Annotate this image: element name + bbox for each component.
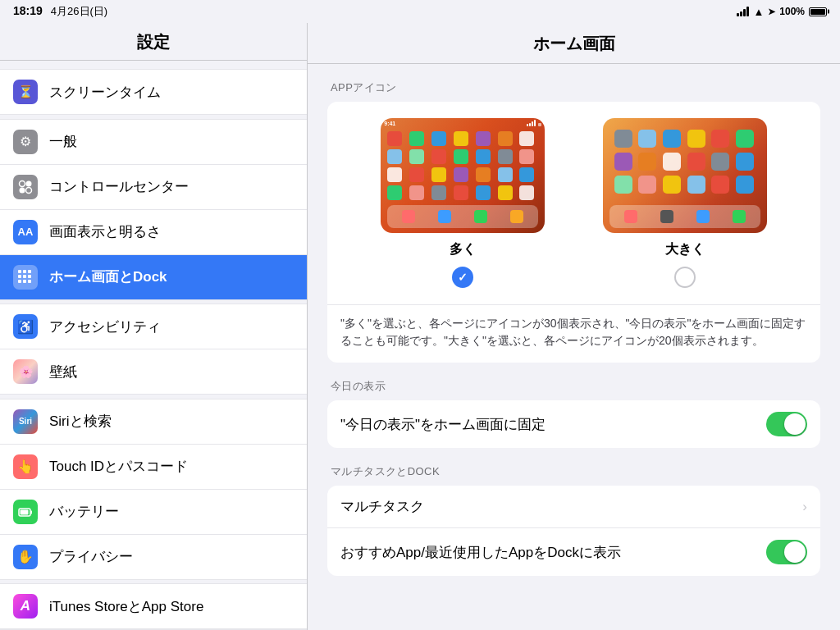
dock-toggle-row: おすすめApp/最近使用したAppをDockに表示 (327, 528, 820, 576)
sidebar-label-battery: バッテリー (49, 502, 119, 521)
content-body: APPアイコン 9:41 (308, 64, 840, 609)
icon-option-large[interactable]: 大きく (603, 118, 767, 288)
sidebar-label-wallpaper: 壁紙 (49, 363, 77, 381)
svg-rect-8 (23, 275, 26, 278)
homescreen-icon (13, 265, 38, 290)
accessibility-icon: ♿ (13, 314, 38, 339)
sidebar-label-homescreen: ホーム画面とDock (49, 267, 167, 286)
svg-rect-10 (18, 280, 21, 283)
sidebar-label-itunes: iTunes StoreとApp Store (49, 597, 203, 616)
description: "多く"を選ぶと、各ページにアイコンが30個表示され、"今日の表示"をホーム画面… (327, 304, 820, 363)
today-toggle-row: "今日の表示"をホーム画面に固定 (327, 400, 820, 448)
status-right: ▲ ➤ 100% (737, 6, 827, 18)
sidebar-item-screentime[interactable]: ⏳ スクリーンタイム (0, 70, 307, 114)
signal-icon (737, 7, 749, 16)
sidebar-label-privacy: プライバシー (49, 547, 133, 566)
svg-rect-7 (18, 275, 21, 278)
sidebar-item-privacy[interactable]: ✋ プライバシー (0, 535, 307, 580)
dock-toggle[interactable] (766, 540, 807, 564)
sidebar-label-touchid: Touch IDとパスコード (49, 457, 188, 476)
wallpaper-icon: 🌸 (13, 359, 38, 384)
svg-point-3 (26, 187, 32, 193)
content-title: ホーム画面 (308, 23, 840, 64)
svg-rect-11 (23, 280, 26, 283)
sidebar-title: 設定 (0, 23, 307, 61)
sidebar-item-itunes[interactable]: A iTunes StoreとApp Store (0, 584, 307, 629)
display-icon: AA (13, 220, 38, 244)
sidebar-label-general: 一般 (49, 132, 77, 151)
status-left: 18:19 4月26日(日) (13, 4, 107, 19)
icon-option-more[interactable]: 9:41 (381, 118, 545, 288)
control-icon (13, 175, 38, 199)
option-large-label: 大きく (665, 241, 705, 258)
svg-rect-6 (28, 270, 31, 273)
sidebar-item-general[interactable]: ⚙ 一般 (0, 120, 307, 165)
sidebar-item-accessibility[interactable]: ♿ アクセシビリティ (0, 304, 307, 349)
svg-point-2 (20, 187, 25, 193)
wifi-icon: ▲ (753, 6, 764, 18)
sidebar-item-siri[interactable]: Siri Siriと検索 (0, 399, 307, 445)
svg-rect-15 (21, 509, 29, 514)
sidebar-item-touchid[interactable]: 👆 Touch IDとパスコード (0, 445, 307, 490)
radio-more[interactable] (452, 267, 473, 288)
sidebar-label-display: 画面表示と明るさ (49, 222, 161, 241)
svg-rect-9 (28, 275, 31, 278)
main-layout: 設定 ⏳ スクリーンタイム ⚙ 一般 コントロールセンター AA (0, 23, 840, 630)
arrow-icon: ➤ (768, 7, 775, 17)
svg-point-0 (20, 180, 25, 186)
today-card: "今日の表示"をホーム画面に固定 (327, 400, 820, 448)
content-area: ホーム画面 APPアイコン 9:41 (308, 23, 840, 630)
app-icon-card: 9:41 (327, 102, 820, 363)
multitask-label: マルチタスク (340, 497, 424, 516)
siri-icon: Siri (13, 409, 38, 434)
sidebar-item-wallpaper[interactable]: 🌸 壁紙 (0, 349, 307, 395)
multitask-row[interactable]: マルチタスク › (327, 486, 820, 528)
svg-point-1 (26, 180, 32, 186)
home-preview-more: 9:41 (381, 118, 545, 233)
app-icon-section-label: APPアイコン (327, 80, 820, 95)
screentime-icon: ⏳ (13, 80, 38, 104)
sidebar-item-battery[interactable]: バッテリー (0, 490, 307, 535)
dock-toggle-label: おすすめApp/最近使用したAppをDockに表示 (340, 543, 621, 562)
itunes-icon: A (13, 594, 38, 619)
sidebar-item-homescreen[interactable]: ホーム画面とDock (0, 255, 307, 300)
dock-more (387, 205, 538, 228)
status-bar: 18:19 4月26日(日) ▲ ➤ 100% (0, 0, 840, 23)
status-date: 4月26日(日) (51, 4, 107, 19)
sidebar-label-control: コントロールセンター (49, 177, 189, 196)
radio-large[interactable] (674, 267, 696, 288)
touchid-icon: 👆 (13, 454, 38, 479)
today-toggle-label: "今日の表示"をホーム画面に固定 (340, 415, 546, 434)
chevron-icon: › (802, 499, 807, 515)
battery-icon (809, 7, 827, 16)
svg-rect-5 (23, 270, 26, 273)
sidebar-label-accessibility: アクセシビリティ (49, 317, 161, 336)
dock-large (609, 205, 760, 228)
home-preview-large (603, 118, 767, 233)
icon-preview-large (603, 118, 767, 233)
battery-percent: 100% (779, 6, 805, 17)
svg-rect-4 (18, 270, 21, 273)
svg-rect-12 (28, 280, 31, 283)
sidebar-label-screentime: スクリーンタイム (49, 83, 161, 102)
multitask-section-label: マルチタスクとDOCK (327, 464, 820, 479)
status-time: 18:19 (13, 4, 43, 19)
general-icon: ⚙ (13, 130, 38, 154)
multitask-card: マルチタスク › おすすめApp/最近使用したAppをDockに表示 (327, 486, 820, 576)
sidebar: 設定 ⏳ スクリーンタイム ⚙ 一般 コントロールセンター AA (0, 23, 308, 630)
battery-sidebar-icon (13, 500, 38, 524)
svg-rect-14 (31, 510, 33, 514)
privacy-icon: ✋ (13, 545, 38, 569)
today-section-label: 今日の表示 (327, 379, 820, 394)
icon-selector: 9:41 (327, 102, 820, 304)
icon-preview-more: 9:41 (381, 118, 545, 233)
today-toggle[interactable] (766, 412, 807, 436)
sidebar-item-control[interactable]: コントロールセンター (0, 165, 307, 210)
sidebar-item-display[interactable]: AA 画面表示と明るさ (0, 210, 307, 255)
sidebar-label-siri: Siriと検索 (49, 412, 112, 431)
option-more-label: 多く (450, 241, 476, 258)
